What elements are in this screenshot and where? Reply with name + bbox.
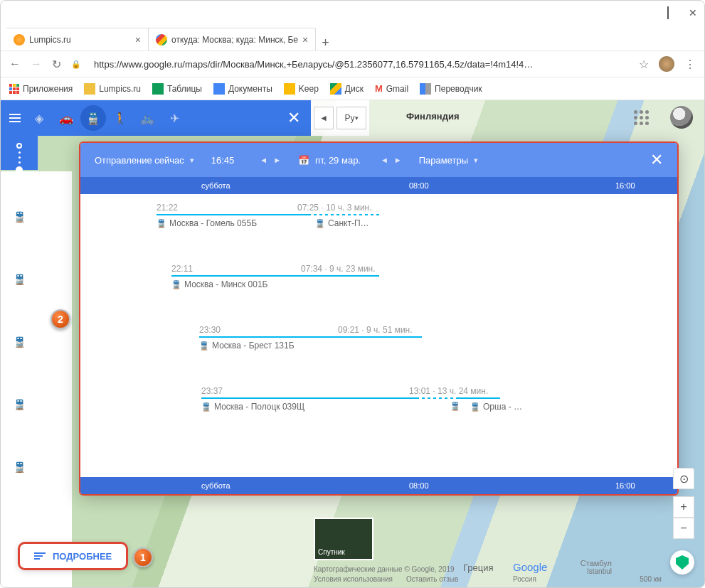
duration: 9 ч. 23 мин. <box>329 264 376 274</box>
bookmark-label: Keep <box>299 84 319 94</box>
transfer-name: Орша - … <box>483 402 522 412</box>
language-selector[interactable]: Ру ▾ <box>336 107 366 129</box>
bookmark-drive[interactable]: Диск <box>330 83 364 95</box>
recenter-button[interactable]: ⊙ <box>673 468 694 489</box>
time-next-button[interactable]: ► <box>273 156 281 164</box>
satellite-toggle[interactable]: Спутник <box>314 518 373 560</box>
new-tab-button[interactable]: + <box>322 36 329 50</box>
browser-menu-button[interactable]: ⋮ <box>684 58 696 71</box>
zoom-out-button[interactable]: − <box>673 518 694 539</box>
reload-button[interactable]: ↻ <box>52 58 61 71</box>
bookmark-sheets[interactable]: Таблицы <box>152 83 202 95</box>
apps-button[interactable]: Приложения <box>9 84 73 94</box>
bookmark-translate[interactable]: Переводчик <box>420 83 482 95</box>
scale-text: 500 км <box>640 575 662 583</box>
google-apps-button[interactable] <box>634 110 649 125</box>
apps-icon <box>9 84 19 94</box>
annotation-2: 2 <box>51 309 70 329</box>
bookmark-gmail[interactable]: MGmail <box>375 83 408 94</box>
feedback-link[interactable]: Оставить отзыв <box>406 575 458 583</box>
favicon-icon <box>156 34 167 46</box>
tab-close-button[interactable]: × <box>135 34 141 46</box>
map-controls-strip: ◄ Ру ▾ <box>311 100 369 136</box>
train-icon: 🚆 <box>470 402 480 412</box>
trip-row[interactable]: 21:22 07:25 · 10 ч. 3 мин. 🚆Москва - Гом… <box>80 204 677 258</box>
close-modal-button[interactable]: ✕ <box>650 151 663 169</box>
scale-label: 16:00 <box>615 181 635 190</box>
gmail-icon: M <box>375 83 383 94</box>
content-area: ◈ 🚗 🚆 🚶 🚲 ✈ ✕ 🚆 🚆 🚆 🚆 🚆 ◄ Ру ▾ Финляндия… <box>1 100 704 588</box>
time-prev-button[interactable]: ◄ <box>260 156 267 164</box>
time-selector[interactable]: 16:45 ◄ ► <box>211 155 281 166</box>
trip-row[interactable]: 22:11 07:34 · 9 ч. 23 мин. 🚆Москва - Мин… <box>80 265 677 319</box>
train-icon: 🚆 <box>199 341 209 351</box>
tab-google-maps[interactable]: откуда: Москва; куда: Минск, Бе × <box>149 28 316 50</box>
bookmark-star-button[interactable]: ☆ <box>639 58 649 71</box>
train-icon[interactable]: 🚆 <box>14 399 26 410</box>
mode-car[interactable]: 🚗 <box>53 105 79 131</box>
scale-label: 08:00 <box>409 481 429 490</box>
route-list: 🚆 🚆 🚆 🚆 🚆 <box>14 211 26 473</box>
drive-icon <box>330 83 341 95</box>
train-icon[interactable]: 🚆 <box>14 274 26 285</box>
scale-label: 16:00 <box>615 481 635 490</box>
date-prev-button[interactable]: ◄ <box>381 156 388 164</box>
train-icon: 🚆 <box>157 219 166 228</box>
translate-icon <box>420 83 431 95</box>
url-field[interactable]: https://www.google.ru/maps/dir/Москва/Ми… <box>94 59 629 70</box>
adblock-badge[interactable] <box>670 550 694 574</box>
schedule-modal: Отправление сейчас▾ 16:45 ◄ ► 📅 пт, 29 м… <box>79 141 679 496</box>
mode-walk[interactable]: 🚶 <box>107 105 133 131</box>
annotation-1: 1 <box>133 547 153 567</box>
mode-flight[interactable]: ✈ <box>161 105 187 131</box>
depart-time: 23:30 <box>199 325 221 335</box>
waypoints <box>1 136 38 173</box>
train-icon[interactable]: 🚆 <box>14 336 26 348</box>
arrive-time: 07:34 <box>301 264 322 274</box>
depart-time: 21:22 <box>157 203 178 213</box>
prev-button[interactable]: ◄ <box>314 107 334 129</box>
back-button[interactable]: ← <box>9 58 21 70</box>
menu-button[interactable] <box>5 109 25 127</box>
tab-title: Lumpics.ru <box>29 35 71 45</box>
train-icon[interactable]: 🚆 <box>14 461 26 473</box>
zoom-in-button[interactable]: + <box>673 496 694 518</box>
train-icon[interactable]: 🚆 <box>14 211 26 223</box>
date-next-button[interactable]: ► <box>394 156 402 164</box>
mode-bike[interactable]: 🚲 <box>134 105 160 131</box>
bookmark-lumpics[interactable]: Lumpics.ru <box>84 83 141 95</box>
map-label-russia: Россия <box>513 575 536 583</box>
list-icon <box>34 552 46 560</box>
schedule-body[interactable]: 21:22 07:25 · 10 ч. 3 мин. 🚆Москва - Гом… <box>80 194 677 477</box>
terms-link[interactable]: Условия использования <box>314 575 393 583</box>
date-selector[interactable]: 📅 пт, 29 мар. ◄ ► <box>298 155 402 166</box>
profile-avatar[interactable] <box>659 56 674 72</box>
depart-selector[interactable]: Отправление сейчас▾ <box>95 155 194 166</box>
duration: 13 ч. 24 мин. <box>438 386 488 396</box>
close-directions-button[interactable]: ✕ <box>281 105 307 131</box>
trip-row[interactable]: 23:30 09:21 · 9 ч. 51 мин. 🚆Москва - Бре… <box>80 326 677 380</box>
forward-button[interactable]: → <box>31 58 42 70</box>
routes-sidebar <box>1 171 72 588</box>
route-name: Москва - Полоцк 039Щ <box>214 402 304 412</box>
map-label-finland: Финляндия <box>406 111 459 122</box>
close-window-button[interactable]: ✕ <box>689 7 697 18</box>
time-scale-top: суббота 08:00 16:00 <box>80 177 677 194</box>
tab-lumpics[interactable]: Lumpics.ru × <box>6 28 149 50</box>
bookmark-label: Документы <box>228 84 272 94</box>
bookmark-label: Таблицы <box>167 84 202 94</box>
tab-close-button[interactable]: × <box>302 34 308 46</box>
map-label-istanbul-en: Istanbul <box>587 567 612 575</box>
trip-row[interactable]: 23:37 13:01 · 13 ч. 24 мин. 🚆Москва - По… <box>80 387 677 442</box>
tab-title: откуда: Москва; куда: Минск, Бе <box>171 35 298 45</box>
account-avatar[interactable] <box>670 106 693 129</box>
bookmark-label: Диск <box>345 84 364 94</box>
bookmark-docs[interactable]: Документы <box>213 83 272 95</box>
chevron-down-icon: ▾ <box>474 156 478 165</box>
mode-best[interactable]: ◈ <box>26 105 52 131</box>
details-button[interactable]: ПОДРОБНЕЕ <box>18 542 128 570</box>
bookmark-keep[interactable]: Keep <box>284 83 319 95</box>
mode-transit[interactable]: 🚆 <box>80 105 106 131</box>
maximize-button[interactable] <box>667 7 669 18</box>
options-selector[interactable]: Параметры▾ <box>419 155 478 166</box>
